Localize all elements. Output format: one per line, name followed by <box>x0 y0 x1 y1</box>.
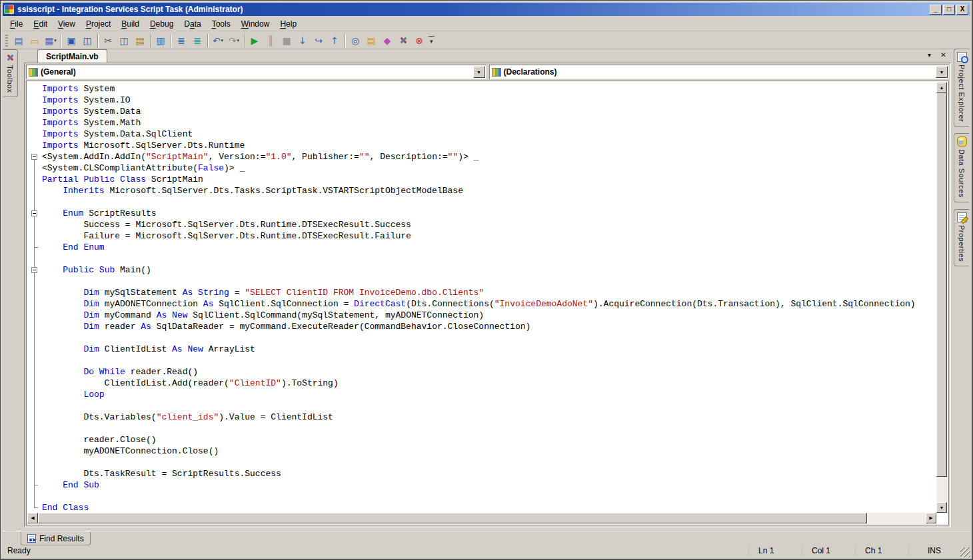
tab-data-sources[interactable]: Data Sources <box>954 133 969 202</box>
scroll-down-button[interactable]: ▼ <box>936 502 947 513</box>
menu-debug[interactable]: Debug <box>145 18 179 30</box>
find-results-tab[interactable]: Find Results <box>21 532 91 545</box>
module-icon <box>29 68 38 77</box>
status-column: Col 1 <box>802 546 855 555</box>
code-line: Dim ClientIdList As New ArrayList <box>27 344 936 355</box>
toolbar: ▤▭▦▾▣◫✂◫▤▥≣≣↶▾↷▾▶║■↓↪↑◎▤◆⊗▾ <box>3 32 970 49</box>
menu-edit[interactable]: Edit <box>28 18 53 30</box>
menu-bar: FileEditViewProjectBuildDebugDataToolsWi… <box>3 17 970 31</box>
step-over-button[interactable]: ↪ <box>311 33 327 48</box>
menu-tools[interactable]: Tools <box>207 18 236 30</box>
code-line: <System.CLSCompliantAttribute(False)> _ <box>27 162 936 174</box>
title-bar[interactable]: ssisscript - Integration Services Script… <box>3 3 970 16</box>
document-tab-strip: ScriptMain.vb ▾ ✕ <box>20 49 952 63</box>
toolbar-overflow-button[interactable]: ▾ <box>429 36 435 45</box>
code-line <box>27 332 936 344</box>
open-file-button[interactable]: ▭ <box>27 33 43 48</box>
app-icon <box>4 5 14 14</box>
types-dropdown[interactable]: (General) ▼ <box>26 65 486 79</box>
tab-project-explorer-label: Project Explorer <box>958 65 966 122</box>
status-insert-mode: INS <box>908 546 955 555</box>
save-icon: ▣ <box>67 36 75 45</box>
redo-icon: ↷ <box>229 36 237 45</box>
code-line: <System.AddIn.AddIn("ScriptMain", Versio… <box>27 151 936 162</box>
collapse-toggle[interactable] <box>31 154 37 160</box>
tab-project-explorer[interactable]: Project Explorer <box>954 49 969 127</box>
code-line: myADONETConnection.Close() <box>27 445 936 457</box>
code-line: Dim reader As SqlDataReader = myCommand.… <box>27 321 936 332</box>
save-all-button[interactable]: ◫ <box>79 33 95 48</box>
menu-help[interactable]: Help <box>275 18 302 30</box>
step-into-button[interactable]: ↓ <box>295 33 311 48</box>
menu-project[interactable]: Project <box>81 18 116 30</box>
step-over-icon: ↪ <box>315 36 323 45</box>
new-project-button[interactable]: ▤ <box>11 33 27 48</box>
menu-view[interactable]: View <box>53 18 81 30</box>
add-item-icon: ▦ <box>45 36 53 45</box>
redo-button[interactable]: ↷▾ <box>226 33 242 48</box>
horizontal-scroll-thumb[interactable] <box>38 513 867 523</box>
toolbox-button[interactable] <box>395 33 411 48</box>
break-all-button[interactable]: ║ <box>263 33 279 48</box>
comment-lines-button[interactable]: ≣ <box>173 33 189 48</box>
menu-file[interactable]: File <box>5 18 28 30</box>
members-dropdown-arrow-icon[interactable]: ▼ <box>936 66 948 78</box>
document-pane: (General) ▼ (Declarations) ▼ Imports Sys… <box>24 63 951 527</box>
status-message: Ready <box>7 546 748 555</box>
object-browser-icon: ◆ <box>384 36 391 45</box>
toolbox-tab-label: Toolbox <box>6 65 14 93</box>
horizontal-scrollbar[interactable]: ◀ ▶ <box>27 513 936 524</box>
menu-window[interactable]: Window <box>236 18 275 30</box>
resize-grip[interactable] <box>960 547 970 557</box>
code-line: Failure = Microsoft.SqlServer.Dts.Runtim… <box>27 230 936 242</box>
toolbar-grip[interactable] <box>5 35 8 47</box>
code-editor[interactable]: Imports SystemImports System.IOImports S… <box>26 81 949 525</box>
status-line: Ln 1 <box>748 546 802 555</box>
code-line: Success = Microsoft.SqlServer.Dts.Runtim… <box>27 219 936 230</box>
maximize-button[interactable]: □ <box>943 5 955 15</box>
comment-lines-icon: ≣ <box>177 36 185 45</box>
new-project-icon: ▤ <box>14 36 23 45</box>
scroll-up-button[interactable]: ▲ <box>936 82 947 93</box>
collapse-toggle[interactable] <box>31 267 37 273</box>
stop-debug-button[interactable]: ■ <box>279 33 295 48</box>
uncomment-lines-button[interactable]: ≣ <box>189 33 205 48</box>
menu-data[interactable]: Data <box>179 18 206 30</box>
vertical-scrollbar[interactable]: ▲ ▼ <box>936 82 948 513</box>
code-text[interactable]: Imports SystemImports System.IOImports S… <box>27 82 936 513</box>
toolbar-separator <box>244 34 245 47</box>
close-document-button[interactable]: ✕ <box>938 50 948 60</box>
save-button[interactable]: ▣ <box>63 33 79 48</box>
error-list-button[interactable]: ⊗ <box>411 33 427 48</box>
object-browser-button[interactable]: ◆ <box>379 33 395 48</box>
members-dropdown[interactable]: (Declarations) ▼ <box>489 65 950 79</box>
tab-scriptmain[interactable]: ScriptMain.vb <box>37 49 107 63</box>
right-tab-strip: Project ExplorerData SourcesProperties <box>952 49 970 529</box>
collapse-toggle[interactable] <box>31 210 37 216</box>
scroll-left-button[interactable]: ◀ <box>27 513 38 523</box>
menu-build[interactable]: Build <box>116 18 145 30</box>
properties-window-button[interactable]: ▤ <box>363 33 379 48</box>
code-line: Imports System.Math <box>27 117 936 129</box>
close-button[interactable]: X <box>956 5 968 15</box>
scroll-right-button[interactable]: ▶ <box>926 513 936 523</box>
code-line: Dim mySqlStatement As String = "SELECT C… <box>27 287 936 298</box>
toolbox-tab[interactable]: Toolbox <box>3 49 18 97</box>
minimize-button[interactable]: _ <box>930 5 942 15</box>
tab-properties[interactable]: Properties <box>954 209 969 266</box>
code-line <box>27 355 936 366</box>
cut-button[interactable]: ✂ <box>100 33 116 48</box>
types-dropdown-arrow-icon[interactable]: ▼ <box>473 66 485 78</box>
toolbar-separator <box>171 34 171 47</box>
bottom-panel-strip: Find Results <box>3 531 970 545</box>
active-files-dropdown-button[interactable]: ▾ <box>924 50 934 60</box>
vertical-scroll-thumb[interactable] <box>936 93 947 477</box>
undo-button[interactable]: ↶▾ <box>210 33 226 48</box>
find-button[interactable]: ▥ <box>153 33 169 48</box>
start-debug-button[interactable]: ▶ <box>247 33 263 48</box>
project-explorer-button[interactable]: ◎ <box>347 33 363 48</box>
paste-button[interactable]: ▤ <box>132 33 148 48</box>
copy-button[interactable]: ◫ <box>116 33 132 48</box>
step-out-button[interactable]: ↑ <box>327 33 343 48</box>
add-item-button[interactable]: ▦▾ <box>43 33 59 48</box>
